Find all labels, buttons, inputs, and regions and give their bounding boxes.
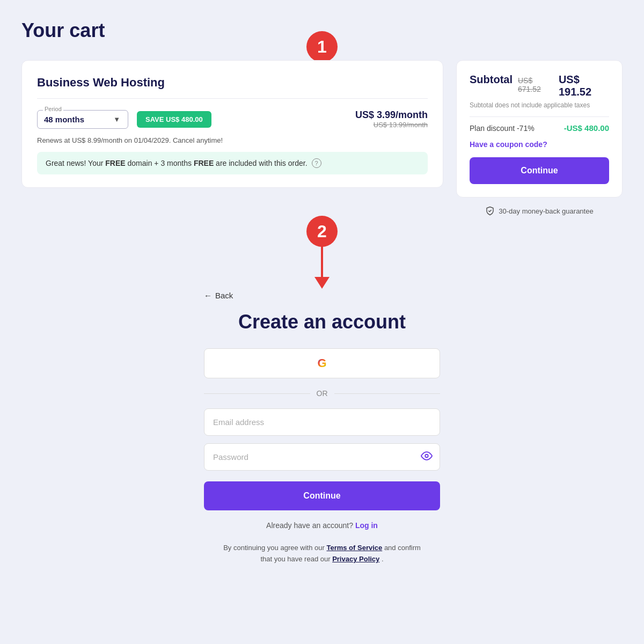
- summary-new-price: US$ 191.52: [559, 74, 609, 98]
- cart-card: Business Web Hosting Period 48 months ▼ …: [21, 60, 443, 188]
- free-domain-text: Great news! Your FREE domain + 3 months …: [46, 159, 308, 167]
- page-title: Your cart: [21, 19, 105, 42]
- period-section: Period 48 months ▼ SAVE US$ 480.00 US$ 3…: [37, 109, 428, 129]
- renew-text: Renews at US$ 8.99/month on 01/04/2029. …: [37, 136, 428, 144]
- info-icon[interactable]: ?: [312, 158, 321, 168]
- arrow-line: [321, 245, 323, 277]
- free-bold2: FREE: [194, 159, 214, 167]
- summary-continue-button[interactable]: Continue: [470, 157, 609, 184]
- password-input[interactable]: [204, 443, 440, 471]
- summary-tax-note: Subtotal does not include applicable tax…: [470, 101, 609, 109]
- divider: [37, 98, 428, 99]
- create-account-title: Create an account: [238, 311, 406, 333]
- period-selector[interactable]: Period 48 months ▼: [37, 110, 128, 129]
- right-column: Subtotal US$ 671.52 US$ 191.52 Subtotal …: [456, 60, 623, 216]
- password-field-wrapper: [204, 443, 440, 471]
- original-price: US$ 13.99/month: [355, 121, 428, 129]
- save-badge: SAVE US$ 480.00: [137, 111, 211, 128]
- arrow-head: [314, 277, 330, 289]
- chevron-down-icon: ▼: [113, 115, 120, 123]
- current-price: US$ 3.99/month: [355, 109, 428, 121]
- already-account-text: Already have an account?: [266, 521, 353, 530]
- discount-label: Plan discount -71%: [470, 124, 535, 133]
- step1-badge: 1: [306, 31, 338, 62]
- summary-divider: [470, 116, 609, 117]
- money-back-guarantee: 30-day money-back guarantee: [456, 206, 623, 216]
- google-signin-button[interactable]: G: [204, 348, 440, 378]
- cart-card-title: Business Web Hosting: [37, 76, 428, 90]
- or-label: OR: [317, 389, 328, 398]
- back-arrow-icon: ←: [204, 291, 212, 300]
- summary-old-price: US$ 671.52: [518, 76, 553, 93]
- terms-prefix: By continuing you agree with our: [223, 544, 326, 552]
- summary-title: Subtotal: [470, 74, 513, 86]
- terms-text: By continuing you agree with our Terms o…: [204, 543, 440, 565]
- step2-badge-wrapper: 2: [21, 216, 623, 289]
- period-label: Period: [43, 106, 63, 112]
- terms-suffix: .: [382, 555, 384, 563]
- discount-value: -US$ 480.00: [564, 123, 609, 133]
- price-block: US$ 3.99/month US$ 13.99/month: [355, 109, 428, 129]
- or-divider: OR: [204, 389, 440, 398]
- privacy-policy-link[interactable]: Privacy Policy: [332, 555, 379, 563]
- login-link[interactable]: Log in: [355, 521, 378, 530]
- step2-area: 2 ← Back Create an account G OR: [21, 216, 623, 565]
- back-label: Back: [215, 291, 233, 300]
- email-input[interactable]: [204, 408, 440, 436]
- discount-row: Plan discount -71% -US$ 480.00: [470, 123, 609, 133]
- back-link[interactable]: ← Back: [204, 291, 233, 300]
- period-value: 48 months: [44, 115, 84, 124]
- left-column: Business Web Hosting Period 48 months ▼ …: [21, 60, 443, 188]
- free-bold1: FREE: [105, 159, 125, 167]
- summary-title-row: Subtotal US$ 671.52 US$ 191.52: [470, 74, 609, 98]
- period-select-value[interactable]: 48 months ▼: [44, 115, 120, 124]
- password-toggle-icon[interactable]: [421, 450, 433, 464]
- create-account-continue-button[interactable]: Continue: [204, 481, 440, 510]
- email-field-wrapper: [204, 408, 440, 436]
- step2-badge: 2: [306, 216, 338, 247]
- terms-of-service-link[interactable]: Terms of Service: [326, 544, 382, 552]
- main-layout: Business Web Hosting Period 48 months ▼ …: [21, 60, 623, 216]
- google-logo-icon: G: [317, 356, 326, 370]
- login-row: Already have an account? Log in: [266, 521, 378, 530]
- svg-point-0: [425, 454, 428, 457]
- free-domain-box: Great news! Your FREE domain + 3 months …: [37, 152, 428, 174]
- arrow-down: [314, 245, 330, 289]
- shield-icon: [485, 206, 495, 216]
- summary-card: Subtotal US$ 671.52 US$ 191.52 Subtotal …: [456, 60, 623, 197]
- money-back-text: 30-day money-back guarantee: [499, 207, 593, 215]
- coupon-link[interactable]: Have a coupon code?: [470, 140, 609, 149]
